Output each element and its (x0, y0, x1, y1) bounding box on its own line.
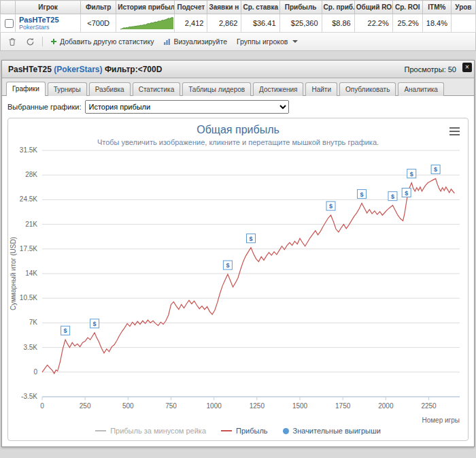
tab-statistics[interactable]: Статистика (133, 82, 181, 96)
y-tick-label: 3.5K (23, 344, 37, 351)
row-avg-profit: $8.86 (322, 14, 354, 33)
toolbar-divider (42, 37, 43, 46)
x-tick-label: 500 (122, 402, 134, 410)
y-tick-label: 7K (29, 318, 38, 326)
legend-item-rake[interactable]: Прибыль за минусом рейка (95, 427, 206, 435)
legend-swatch-rake (95, 430, 106, 431)
row-itm: 18.4% (422, 14, 451, 33)
panel-header: PasHTeT25 (PokerStars) Фильтр:<700D Прос… (2, 61, 474, 78)
refresh-icon (26, 37, 35, 46)
col-itm[interactable]: ITM% (422, 1, 451, 14)
legend-label-rake: Прибыль за минусом рейка (110, 427, 206, 435)
legend-item-wins[interactable]: Значительные выигрыши (283, 427, 381, 435)
row-entries: 2,862 (207, 14, 241, 33)
player-groups-button[interactable]: Группы игроков (235, 37, 300, 46)
win-marker-symbol: $ (434, 166, 437, 173)
col-profit[interactable]: Прибыль (279, 1, 322, 14)
x-tick-label: 2000 (378, 402, 394, 410)
col-avg-stake[interactable]: Ср. ставка (241, 1, 279, 14)
stats-block: Игрок Фильтр История прибыли Подсчет Зая… (0, 0, 476, 51)
row-total-roi: 22.2% (354, 14, 392, 33)
player-groups-label: Группы игроков (237, 37, 288, 46)
y-tick-label: 31.5K (20, 146, 37, 154)
col-player[interactable]: Игрок (16, 1, 81, 14)
tab-publish[interactable]: Опубликовать (339, 82, 396, 96)
panel-tabs: Графики Турниры Разбивка Статистика Табл… (2, 78, 474, 96)
row-filter: <700D (81, 14, 116, 33)
tab-analytics[interactable]: Аналитика (398, 82, 444, 96)
win-marker-symbol: $ (64, 327, 67, 334)
x-tick-label: 1250 (250, 402, 265, 410)
row-count: 2,412 (175, 14, 207, 33)
tab-breakdown[interactable]: Разбивка (89, 82, 131, 96)
chart-menu-icon[interactable] (449, 125, 460, 137)
tab-achievements[interactable]: Достижения (253, 82, 303, 96)
x-tick-label: 0 (40, 402, 44, 410)
col-total-roi[interactable]: Общий ROI (354, 1, 392, 14)
row-level (451, 14, 475, 33)
x-tick-label: 750 (165, 402, 177, 410)
trash-icon (8, 37, 16, 46)
col-count[interactable]: Подсчет (175, 1, 207, 14)
legend-swatch-profit (221, 430, 232, 431)
y-tick-label: 28K (25, 171, 37, 178)
win-marker-symbol: $ (410, 171, 413, 178)
sparkline-svg (120, 16, 174, 31)
row-checkbox[interactable] (5, 19, 14, 28)
col-filter[interactable]: Фильтр (81, 1, 116, 14)
win-marker-symbol: $ (226, 262, 229, 269)
col-avg-roi[interactable]: Ср. ROI (392, 1, 422, 14)
row-profit: $25,360 (279, 14, 322, 33)
table-row[interactable]: PasHTeT25 PokerStars <700D 2,412 2,862 $… (1, 14, 476, 33)
legend-item-profit[interactable]: Прибыль (221, 427, 268, 435)
y-tick-label: 10.5K (20, 294, 37, 301)
chart-legend: Прибыль за минусом рейка Прибыль Значите… (8, 427, 468, 440)
col-entries[interactable]: Заявки н у (207, 1, 241, 14)
chart-title: Общая прибыль (8, 124, 468, 136)
col-level[interactable]: Уров (451, 1, 475, 14)
win-marker-symbol: $ (93, 321, 97, 327)
win-marker-symbol: $ (391, 193, 394, 200)
legend-label-wins: Значительные выигрыши (293, 427, 381, 435)
col-profit-history[interactable]: История прибыли (116, 1, 175, 14)
refresh-button[interactable] (24, 37, 37, 47)
tab-tournaments[interactable]: Турниры (48, 82, 87, 96)
bar-chart-icon (163, 38, 171, 46)
visualize-button[interactable]: Визуализируйте (161, 37, 229, 46)
y-tick-label: 14K (25, 269, 37, 277)
win-marker-symbol: $ (405, 190, 408, 197)
plus-icon (50, 38, 57, 45)
x-axis-title: Номер игры (422, 416, 460, 424)
close-button[interactable]: × (462, 63, 472, 72)
tab-leaderboards[interactable]: Таблицы лидеров (182, 82, 251, 96)
player-name-link[interactable]: PasHTeT25 (19, 16, 59, 24)
profit-chart[interactable]: Общая прибыль Чтобы увеличить изображени… (7, 118, 469, 441)
legend-swatch-wins (283, 428, 289, 434)
y-tick-label: 17.5K (20, 245, 37, 252)
row-avg-stake: $36.41 (241, 14, 279, 33)
x-tick-label: 1750 (335, 402, 351, 410)
x-tick-label: 1000 (207, 402, 222, 410)
visualize-label: Визуализируйте (173, 37, 227, 46)
col-avg-profit[interactable]: Ср. приб. (322, 1, 354, 14)
chart-selector-label: Выбранные графики: (7, 103, 81, 111)
delete-button[interactable] (6, 37, 18, 47)
win-marker-symbol: $ (329, 203, 333, 210)
legend-label-profit: Прибыль (236, 427, 268, 435)
y-tick-label: 24.5K (20, 195, 37, 203)
profit-chart-svg[interactable]: -3.5K03.5K7K10.5K14K17.5K21K24.5K28K31.5… (8, 146, 468, 427)
x-tick-label: 250 (80, 402, 91, 410)
chart-select[interactable]: История прибыли (85, 100, 289, 114)
profit-sparkline-cell[interactable] (116, 14, 175, 33)
panel-title: PasHTeT25 (PokerStars) Фильтр:<700D (8, 65, 162, 74)
add-statistic-button[interactable]: Добавить другую статистику (48, 37, 156, 46)
tab-find[interactable]: Найти (305, 82, 337, 96)
profit-line[interactable] (42, 178, 454, 374)
player-network: PokerStars (19, 24, 59, 31)
tab-charts[interactable]: Графики (6, 82, 46, 96)
add-statistic-label: Добавить другую статистику (60, 37, 154, 46)
y-tick-label: -3.5K (21, 393, 37, 400)
stats-table: Игрок Фильтр История прибыли Подсчет Зая… (0, 0, 476, 33)
views-counter: Просмотры: 50 (405, 65, 457, 73)
panel-title-network: (PokerStars) (54, 65, 102, 74)
